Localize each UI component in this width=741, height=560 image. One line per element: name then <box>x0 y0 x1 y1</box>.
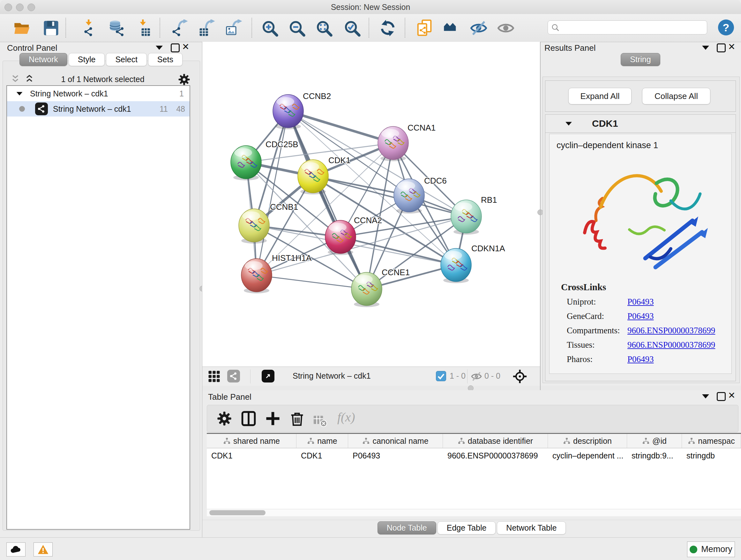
expand-all-button[interactable]: Expand All <box>568 88 631 105</box>
results-panel-float-icon[interactable] <box>717 44 726 54</box>
svg-text:CDK1: CDK1 <box>328 155 350 165</box>
table-cell[interactable]: CDK1 <box>207 451 296 460</box>
crosslink-value-link[interactable]: P06493 <box>627 354 654 364</box>
entry-collapse-icon[interactable] <box>565 122 572 125</box>
zoom-out-icon[interactable] <box>288 19 306 37</box>
crosslink-value-link[interactable]: P06493 <box>627 297 654 307</box>
table-tabs-divider <box>202 520 741 520</box>
table-panel-float-icon[interactable] <box>717 392 726 402</box>
hidden-eye-icon[interactable] <box>471 371 482 382</box>
new-network-from-selection-icon[interactable] <box>416 19 433 37</box>
table-settings-icon[interactable] <box>216 410 232 427</box>
tab-style[interactable]: Style <box>69 53 105 66</box>
column-header-description[interactable]: description <box>548 434 627 448</box>
hidden-counts: 0 - 0 <box>484 371 500 381</box>
scrollbar-thumb[interactable] <box>209 510 266 515</box>
network-node-count: 11 <box>159 105 168 114</box>
tab-network[interactable]: Network <box>19 53 67 66</box>
add-column-icon[interactable] <box>265 410 281 427</box>
cloud-button[interactable] <box>6 543 25 557</box>
zoom-fit-icon[interactable] <box>315 19 333 37</box>
import-network-database-icon[interactable] <box>108 19 125 37</box>
export-image-icon[interactable] <box>226 19 243 37</box>
selected-checkbox[interactable] <box>436 371 446 381</box>
collapse-all-tree-icon[interactable] <box>24 74 35 84</box>
column-header-shared-name[interactable]: shared name <box>207 434 296 448</box>
network-collection-row[interactable]: String Network – cdk1 1 <box>7 86 190 101</box>
collection-expand-icon[interactable] <box>17 91 23 95</box>
crosslink-value-link[interactable]: 9606.ENSP00000378699 <box>627 326 715 335</box>
tab-string[interactable]: String <box>621 53 660 66</box>
network-row-selected[interactable]: String Network – cdk1 11 48 <box>7 101 190 117</box>
results-panel-close-icon[interactable]: ✕ <box>728 44 735 51</box>
tab-edge-table[interactable]: Edge Table <box>437 521 496 535</box>
table-cell[interactable]: stringdb:9... <box>627 451 682 460</box>
expand-all-tree-icon[interactable] <box>10 74 20 84</box>
open-in-window-icon[interactable] <box>262 370 274 382</box>
results-entry-header[interactable]: CDK1 <box>545 115 736 133</box>
table-cell[interactable]: cyclin–dependent ... <box>548 451 627 460</box>
memory-button[interactable]: Memory <box>687 542 735 557</box>
table-cell[interactable]: stringdb <box>682 451 741 460</box>
column-header-database-identifier[interactable]: database identifier <box>443 434 548 448</box>
column-header-canonical-name[interactable]: canonical name <box>348 434 443 448</box>
tab-select[interactable]: Select <box>106 53 146 66</box>
results-panel-splitter[interactable] <box>540 42 541 390</box>
tab-network-table[interactable]: Network Table <box>497 521 566 535</box>
control-panel-close-icon[interactable]: ✕ <box>182 44 189 51</box>
refresh-layout-icon[interactable] <box>379 19 396 37</box>
memory-status-dot <box>690 546 697 553</box>
column-header--id[interactable]: @id <box>627 434 682 448</box>
table-row[interactable]: CDK1CDK1P064939606.ENSP00000378699cyclin… <box>207 448 741 463</box>
delete-column-icon[interactable] <box>289 410 306 427</box>
import-table-icon[interactable] <box>135 19 152 37</box>
network-canvas[interactable]: CCNB2CCNA1CDC25BCDK1CDC6RB1CCNB1CCNA2CDK… <box>202 42 540 367</box>
warning-button[interactable] <box>33 543 53 557</box>
help-icon[interactable]: ? <box>718 19 734 36</box>
window-title: Session: New Session <box>0 3 741 12</box>
crosslinks-title: CrossLinks <box>561 282 731 293</box>
tab-sets[interactable]: Sets <box>148 53 183 66</box>
results-entry-cdk1: CDK1 cyclin–dependent kinase 1 CrossLink… <box>545 114 736 381</box>
protein-structure-image <box>565 153 716 281</box>
main-toolbar: ? <box>0 14 741 42</box>
show-columns-icon[interactable] <box>240 410 257 427</box>
results-panel-menu-icon[interactable] <box>702 45 709 51</box>
search-input[interactable] <box>562 23 704 32</box>
column-header-namespac[interactable]: namespac <box>682 434 741 448</box>
first-neighbors-icon[interactable] <box>443 19 460 37</box>
show-all-icon[interactable] <box>497 19 515 37</box>
table-cell[interactable]: P06493 <box>348 451 443 460</box>
zoom-selected-icon[interactable] <box>343 19 360 37</box>
open-file-icon[interactable] <box>14 19 31 37</box>
table-horizontal-scrollbar[interactable] <box>207 509 741 516</box>
network-tree: String Network – cdk1 1 String Network –… <box>6 85 190 530</box>
export-table-icon[interactable] <box>199 19 216 37</box>
table-panel-menu-icon[interactable] <box>702 394 709 400</box>
grid-view-icon[interactable] <box>207 370 221 383</box>
table-panel-tabs: Node TableEdge TableNetwork Table <box>202 521 741 535</box>
export-network-icon[interactable] <box>172 19 189 37</box>
toolbar-separator <box>65 18 66 38</box>
network-list-gear-icon[interactable] <box>178 73 191 86</box>
tab-node-table[interactable]: Node Table <box>378 521 436 535</box>
crosslink-value-link[interactable]: P06493 <box>627 311 654 321</box>
control-panel-float-icon[interactable] <box>171 44 180 54</box>
svg-text:CDKN1A: CDKN1A <box>471 244 505 253</box>
table-cell[interactable]: CDK1 <box>296 451 348 460</box>
search-box[interactable] <box>548 20 707 35</box>
column-header-name[interactable]: name <box>296 434 348 448</box>
crosslink-value-link[interactable]: 9606.ENSP00000378699 <box>627 340 715 350</box>
network-graph[interactable]: CCNB2CCNA1CDC25BCDK1CDC6RB1CCNB1CCNA2CDK… <box>202 42 540 367</box>
share-view-icon[interactable] <box>227 370 240 382</box>
crosshair-icon[interactable] <box>513 369 527 384</box>
table-panel-close-icon[interactable]: ✕ <box>728 392 735 400</box>
zoom-in-icon[interactable] <box>261 19 278 37</box>
import-network-file-icon[interactable] <box>81 19 98 37</box>
collapse-all-button[interactable]: Collapse All <box>642 88 711 105</box>
control-panel-menu-icon[interactable] <box>156 45 163 51</box>
hide-selected-icon[interactable] <box>470 19 487 37</box>
status-bar: Memory <box>0 537 741 560</box>
save-session-icon[interactable] <box>43 19 60 37</box>
table-cell[interactable]: 9606.ENSP00000378699 <box>443 451 548 460</box>
